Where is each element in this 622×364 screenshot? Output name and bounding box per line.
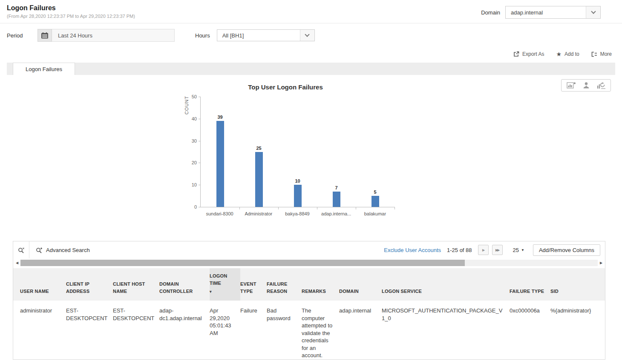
search-toggle[interactable] xyxy=(13,241,29,258)
col-client-host-name[interactable]: CLIENT HOST NAME xyxy=(113,268,159,301)
actions-row: Export As ★ Add to More xyxy=(0,47,622,60)
col-domain[interactable]: DOMAIN xyxy=(339,268,382,301)
hours-select[interactable]: All [BH1] xyxy=(217,29,315,41)
x-label-bakya-8849: bakya-8849 xyxy=(278,211,317,216)
scroll-right-icon[interactable]: ▶ xyxy=(598,261,605,265)
col-logon-time[interactable]: LOGON TIME ▾ xyxy=(210,268,240,301)
bar-rect[interactable] xyxy=(216,121,224,207)
report-date-range: (From Apr 28,2020 12:23:37 PM to Apr 29,… xyxy=(7,14,135,19)
chevron-down-icon xyxy=(591,9,596,14)
export-as-button[interactable]: Export As xyxy=(513,51,544,57)
col-sid[interactable]: SID xyxy=(550,268,605,301)
bar-rect[interactable] xyxy=(333,192,340,207)
exclude-user-accounts-link[interactable]: Exclude User Accounts xyxy=(384,247,441,253)
domain-select-value: adap.internal xyxy=(506,6,586,18)
title-block: Logon Failures (From Apr 28,2020 12:23:3… xyxy=(7,4,135,19)
col-domain-controller[interactable]: DOMAIN CONTROLLER xyxy=(159,268,210,301)
hours-select-button[interactable] xyxy=(300,30,314,41)
bar-rect[interactable] xyxy=(255,152,263,207)
x-label-adap.interna...: adap.interna... xyxy=(317,211,356,216)
export-icon xyxy=(513,51,519,57)
bar-value-label: 7 xyxy=(335,185,337,190)
hours-select-value: All [BH1] xyxy=(217,30,300,41)
cell-failure-type: 0xc000006a xyxy=(510,301,550,359)
table-toolbar: Advanced Search Exclude User Accounts 1-… xyxy=(13,241,605,258)
last-page-icon: ▶▶ xyxy=(495,248,499,252)
filter-row: Period Last 24 Hours Hours All [BH1] xyxy=(0,23,622,47)
star-icon: ★ xyxy=(556,51,562,57)
period-input[interactable]: Last 24 Hours xyxy=(52,29,175,42)
domain-label: Domain xyxy=(481,9,500,16)
bar-rect[interactable] xyxy=(371,196,379,207)
chevron-down-icon: ▼ xyxy=(521,248,524,252)
chart-bars: 39251075 xyxy=(201,97,395,207)
col-client-ip-address[interactable]: CLIENT IP ADDRESS xyxy=(66,268,113,301)
chart-title: Top User Logon Failures xyxy=(179,83,392,91)
tab-bar: Logon Failures xyxy=(7,63,615,75)
pagination-range: 1-25 of 88 xyxy=(447,247,472,253)
bar-adap.interna...[interactable]: 7 xyxy=(317,97,356,207)
hours-label: Hours xyxy=(195,32,210,39)
tab-logon-failures[interactable]: Logon Failures xyxy=(13,63,75,75)
advanced-search-label: Advanced Search xyxy=(46,247,90,253)
col-failure-reason[interactable]: FAILURE REASON xyxy=(267,268,302,301)
col-user-name[interactable]: USER NAME xyxy=(13,268,66,301)
table-row[interactable]: administrator EST-DESKTOPCENT EST-DESKTO… xyxy=(13,301,605,359)
cell-domain: adap.internal xyxy=(339,301,382,359)
col-event-type[interactable]: EVENT TYPE xyxy=(240,268,267,301)
bar-balakumar[interactable]: 5 xyxy=(356,97,395,207)
bar-value-label: 25 xyxy=(256,146,261,151)
bar-value-label: 39 xyxy=(217,115,222,120)
scroll-left-icon[interactable]: ◀ xyxy=(14,261,20,265)
chart-tools xyxy=(561,79,611,92)
advanced-search-button[interactable]: Advanced Search xyxy=(29,247,90,253)
last-page-button[interactable]: ▶▶ xyxy=(492,245,503,255)
horizontal-scrollbar[interactable]: ◀ ▶ xyxy=(14,259,605,267)
domain-select[interactable]: adap.internal xyxy=(505,6,601,19)
scrollbar-track[interactable] xyxy=(20,260,598,266)
x-axis-labels: sundari-8300Administratorbakya-8849adap.… xyxy=(200,211,395,216)
bar-Administrator[interactable]: 25 xyxy=(239,97,278,207)
scrollbar-thumb[interactable] xyxy=(20,260,465,266)
more-button[interactable]: More xyxy=(591,51,612,57)
cell-failure-reason: Bad password xyxy=(267,301,302,359)
cell-logon-time: Apr 29,2020 05:01:43 AM xyxy=(210,301,240,359)
col-remarks[interactable]: REMARKS xyxy=(302,268,339,301)
bar-sundari-8300[interactable]: 39 xyxy=(201,97,239,207)
report-table: USER NAME CLIENT IP ADDRESS CLIENT HOST … xyxy=(13,268,605,359)
add-to-button[interactable]: ★ Add to xyxy=(556,51,579,57)
x-label-balakumar: balakumar xyxy=(356,211,395,216)
bar-chart: COUNT 01020304050 39251075 sundari-8300A… xyxy=(200,97,395,216)
more-label: More xyxy=(600,51,612,57)
calendar-icon xyxy=(41,32,48,39)
col-failure-type[interactable]: FAILURE TYPE xyxy=(510,268,550,301)
add-remove-columns-button[interactable]: Add/Remove Columns xyxy=(533,244,600,256)
next-page-button[interactable]: ▶ xyxy=(478,245,489,255)
calendar-button[interactable] xyxy=(37,29,52,42)
x-label-Administrator: Administrator xyxy=(239,211,278,216)
chart-plot-area: COUNT 01020304050 39251075 xyxy=(200,97,395,207)
page-title: Logon Failures xyxy=(7,4,135,12)
page-header: Logon Failures (From Apr 28,2020 12:23:3… xyxy=(0,0,622,23)
chevron-down-icon xyxy=(305,32,310,37)
cell-logon-service: MICROSOFT_AUTHENTICATION_PACKAGE_V1_0 xyxy=(382,301,510,359)
page-size-select[interactable]: 25 ▼ xyxy=(513,247,524,253)
domain-select-button[interactable] xyxy=(586,6,600,18)
add-chart-icon[interactable] xyxy=(567,82,576,89)
x-label-sundari-8300: sundari-8300 xyxy=(200,211,239,216)
advanced-search-icon xyxy=(36,247,43,253)
user-icon[interactable] xyxy=(583,82,590,89)
chart-panel: Top User Logon Failures COUNT 0102030405… xyxy=(0,75,622,235)
domain-box: Domain adap.internal xyxy=(481,6,601,19)
cell-user-name: administrator xyxy=(13,301,66,359)
page-size-value: 25 xyxy=(513,247,519,253)
search-icon xyxy=(18,247,25,253)
add-to-label: Add to xyxy=(564,51,579,57)
cell-domain-controller: adap-dc1.adap.internal xyxy=(159,301,210,359)
col-logon-service[interactable]: LOGON SERVICE xyxy=(382,268,510,301)
period-label: Period xyxy=(7,32,37,39)
refresh-chart-icon[interactable] xyxy=(597,82,605,89)
next-page-icon: ▶ xyxy=(482,248,484,252)
bar-rect[interactable] xyxy=(294,185,302,207)
bar-bakya-8849[interactable]: 10 xyxy=(278,97,317,207)
